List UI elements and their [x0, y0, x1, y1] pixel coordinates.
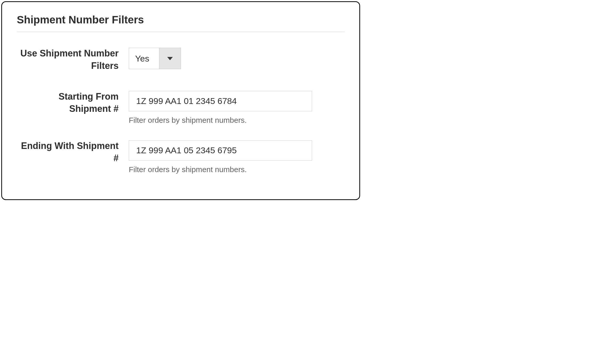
- section-title: Shipment Number Filters: [17, 13, 345, 26]
- use-shipment-number-filters-select[interactable]: Yes: [129, 48, 181, 69]
- chevron-down-icon: [167, 57, 173, 60]
- field-use-shipment-number-filters: Use Shipment Number Filters Yes: [17, 47, 345, 72]
- starting-from-shipment-input[interactable]: [129, 91, 312, 111]
- label-use-shipment-number-filters: Use Shipment Number Filters: [17, 47, 129, 72]
- field-ending-with-shipment: Ending With Shipment # Filter orders by …: [17, 140, 345, 174]
- field-note-starting-from: Filter orders by shipment numbers.: [129, 116, 345, 125]
- label-ending-with-shipment: Ending With Shipment #: [17, 140, 129, 164]
- control-wrap: Yes: [129, 47, 345, 69]
- control-wrap: Filter orders by shipment numbers.: [129, 140, 345, 174]
- ending-with-shipment-input[interactable]: [129, 140, 312, 161]
- field-note-ending-with: Filter orders by shipment numbers.: [129, 165, 345, 174]
- control-wrap: Filter orders by shipment numbers.: [129, 90, 345, 125]
- select-caret-button[interactable]: [159, 48, 181, 69]
- section-divider: [17, 32, 345, 32]
- select-value: Yes: [129, 48, 159, 69]
- shipment-number-filters-panel: Shipment Number Filters Use Shipment Num…: [1, 1, 360, 200]
- label-starting-from-shipment: Starting From Shipment #: [17, 90, 129, 115]
- field-starting-from-shipment: Starting From Shipment # Filter orders b…: [17, 90, 345, 125]
